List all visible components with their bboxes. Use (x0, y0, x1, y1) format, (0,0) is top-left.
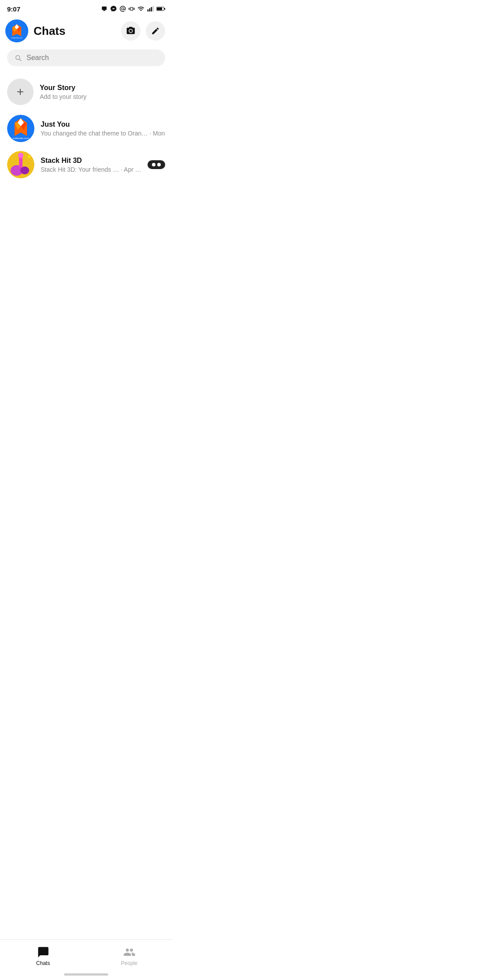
chat-name-stack-hit: Stack Hit 3D (41, 157, 141, 165)
status-time: 9:07 (7, 5, 20, 13)
notification-icon (101, 5, 108, 12)
wifi-icon (137, 5, 145, 12)
svg-text:malavida.com: malavida.com (11, 37, 23, 39)
signal-icon (147, 5, 154, 12)
svg-rect-8 (164, 8, 165, 10)
svg-rect-4 (151, 7, 152, 11)
story-title: Your Story (40, 84, 87, 92)
messenger-icon (110, 5, 117, 12)
chat-list: malavida.com Just You You changed the ch… (0, 110, 172, 183)
camera-button[interactable] (121, 21, 140, 41)
vibrate-icon (129, 5, 135, 12)
svg-point-23 (20, 166, 29, 174)
app-avatar[interactable]: malavida.com (5, 19, 28, 42)
status-icons (101, 5, 165, 12)
svg-rect-0 (102, 7, 107, 10)
svg-rect-7 (157, 8, 162, 10)
svg-rect-1 (103, 10, 105, 11)
badge-dot-right (157, 163, 161, 166)
game-controller-badge (148, 160, 165, 169)
camera-icon (126, 26, 136, 36)
story-subtitle: Add to your story (40, 93, 87, 100)
chat-preview-just-you: You changed the chat theme to Oran… · Mo… (41, 130, 165, 137)
compose-button[interactable] (146, 21, 165, 41)
svg-rect-2 (148, 9, 149, 11)
at-sign-icon (119, 5, 126, 12)
edit-icon (151, 26, 160, 35)
header: malavida.com Chats (0, 16, 172, 46)
status-bar: 9:07 (0, 0, 172, 16)
svg-rect-3 (149, 8, 151, 11)
chat-avatar-stack-hit (7, 151, 34, 178)
chat-avatar-just-you: malavida.com (7, 115, 34, 142)
badge-dot-left (152, 163, 155, 166)
chat-name-just-you: Just You (41, 121, 165, 128)
search-input[interactable] (26, 54, 158, 62)
svg-text:malavida.com: malavida.com (12, 137, 29, 139)
battery-icon (156, 6, 165, 11)
chat-item-just-you[interactable]: malavida.com Just You You changed the ch… (0, 110, 172, 147)
search-bar[interactable] (7, 49, 165, 66)
svg-rect-5 (153, 6, 154, 11)
chat-item-stack-hit[interactable]: Stack Hit 3D Stack Hit 3D: Your friends … (0, 147, 172, 183)
page-title: Chats (34, 24, 116, 38)
plus-icon: + (17, 85, 24, 99)
add-story-avatar: + (7, 79, 34, 105)
chat-preview-stack-hit: Stack Hit 3D: Your friends … · Apr 28 (41, 166, 141, 173)
your-story-item[interactable]: + Your Story Add to your story (0, 73, 172, 110)
search-icon (14, 54, 22, 62)
search-container (0, 46, 172, 73)
malavida-logo-icon: malavida.com (7, 21, 26, 41)
svg-point-25 (18, 153, 23, 158)
